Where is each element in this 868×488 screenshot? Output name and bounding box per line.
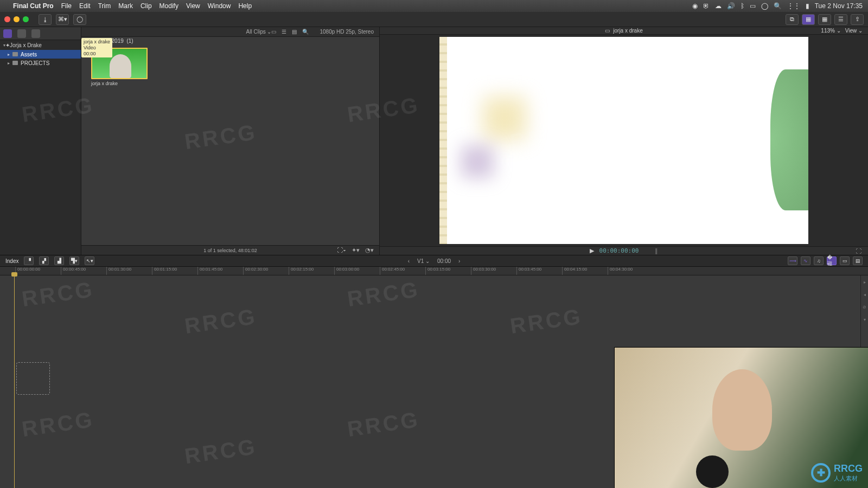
- skimming-button[interactable]: ⟿: [788, 256, 797, 265]
- photos-tab-icon[interactable]: [17, 29, 26, 38]
- timeline-nav-prev[interactable]: ‹: [408, 258, 410, 264]
- sidebar-toolbar: [0, 27, 81, 40]
- status-display-icon[interactable]: ▭: [750, 2, 756, 10]
- insert-clip-button[interactable]: ▞: [39, 256, 49, 265]
- track-label: V1: [417, 258, 424, 264]
- timeline-appearance-button[interactable]: ▤: [853, 256, 863, 265]
- snapping-button[interactable]: �磁: [827, 256, 837, 265]
- zoom-dropdown[interactable]: 113% ⌄: [821, 28, 840, 34]
- connect-clip-button[interactable]: ▝: [24, 256, 34, 265]
- date-group-count: (1): [126, 38, 133, 44]
- menu-trim[interactable]: Trim: [98, 2, 111, 10]
- track-dropdown[interactable]: V1 ⌄: [417, 258, 430, 264]
- clip-thumbnail-content: [110, 54, 131, 78]
- view-label: View: [845, 28, 857, 34]
- keyword-button[interactable]: ⌘▾: [56, 14, 69, 25]
- share-button[interactable]: ⇪: [851, 14, 864, 25]
- status-user-icon[interactable]: ◯: [761, 2, 768, 10]
- menu-modify[interactable]: Modify: [159, 2, 178, 10]
- browser-footer: 1 of 1 selected, 48:01:02 ⛶▾ ✦▾ ◔▾: [81, 245, 379, 255]
- selection-status: 1 of 1 selected, 48:01:02: [203, 248, 257, 253]
- ruler-tick: 00:04:15:00: [562, 267, 608, 275]
- status-wifi-icon[interactable]: ⋮⋮: [787, 2, 800, 10]
- ruler-tick: 00:00:45:00: [61, 267, 106, 275]
- library-name[interactable]: ▾ ✦ Jorja x Drake: [0, 40, 81, 50]
- library-sidebar: ▾ ✦ Jorja x Drake ▸ Assets ▸ PROJECTS: [0, 27, 81, 255]
- webcam-overlay: ✚ RRCG 人人素材: [614, 347, 868, 488]
- audio-skimming-button[interactable]: ∿: [801, 256, 810, 265]
- fullscreen-button[interactable]: ⛶: [856, 248, 861, 254]
- rail-marker-icon[interactable]: ⊘: [863, 305, 866, 310]
- sidebar-item-projects[interactable]: ▸ PROJECTS: [0, 59, 81, 67]
- filmstrip-view-icon[interactable]: ▭: [271, 29, 276, 35]
- status-battery-icon[interactable]: ▮: [806, 2, 809, 10]
- clip-filter-dropdown[interactable]: All Clips ⌄: [246, 29, 272, 35]
- titles-tab-icon[interactable]: [31, 29, 40, 38]
- solo-button[interactable]: ♫: [814, 256, 824, 265]
- menu-file[interactable]: File: [61, 2, 72, 10]
- overwrite-clip-button[interactable]: ▜▾: [69, 256, 79, 265]
- timeline-timecode: 00:00: [437, 258, 451, 264]
- list-view-icon[interactable]: ☰: [282, 29, 286, 35]
- transform-tool-icon[interactable]: ⛶▾: [337, 247, 346, 254]
- timeline-toolbar: Index ▝ ▞ ▟ ▜▾ ↖▾ ‹ V1 ⌄ 00:00 › ⟿ ∿ ♫ �…: [0, 255, 868, 267]
- status-cloud-icon[interactable]: ☁: [715, 2, 722, 10]
- enhance-tool-icon[interactable]: ✦▾: [352, 247, 360, 254]
- status-search-icon[interactable]: 🔍: [774, 2, 782, 10]
- bg-tasks-button[interactable]: ◯: [73, 14, 86, 25]
- chevron-right-icon: ▸: [8, 61, 10, 66]
- project-icon: ▭: [605, 28, 610, 34]
- menubar-clock[interactable]: Tue 2 Nov 17:35: [815, 2, 863, 10]
- rail-marker-icon[interactable]: ◂: [864, 292, 866, 297]
- workspace-layout-1-button[interactable]: ▦: [802, 14, 815, 25]
- app-name[interactable]: Final Cut Pro: [13, 2, 54, 10]
- playhead[interactable]: [14, 275, 15, 488]
- menu-help[interactable]: Help: [238, 2, 252, 10]
- placeholder-clip[interactable]: [16, 362, 50, 395]
- viewer-canvas[interactable]: [439, 37, 808, 244]
- rail-marker-icon[interactable]: ▾: [864, 317, 866, 322]
- import-button[interactable]: ⭳: [39, 14, 52, 25]
- browser-body[interactable]: jorja x drake Video 00:00 lov 2019 (1) j…: [81, 37, 379, 245]
- minimize-window-button[interactable]: [14, 16, 20, 22]
- retime-tool-icon[interactable]: ◔▾: [365, 247, 374, 254]
- sidebar-item-label: Assets: [21, 52, 37, 57]
- menu-mark[interactable]: Mark: [118, 2, 133, 10]
- sidebar-item-label: PROJECTS: [21, 60, 49, 66]
- libraries-tab-icon[interactable]: [3, 29, 12, 38]
- workspace-layout-2-button[interactable]: ▦: [818, 14, 831, 25]
- tools-dropdown[interactable]: ↖▾: [85, 256, 94, 265]
- menu-window[interactable]: Window: [208, 2, 231, 10]
- search-icon[interactable]: 🔍: [302, 29, 309, 35]
- menu-edit[interactable]: Edit: [79, 2, 91, 10]
- index-button[interactable]: Index: [5, 258, 18, 264]
- status-volume-icon[interactable]: 🔊: [727, 2, 735, 10]
- menu-clip[interactable]: Clip: [141, 2, 152, 10]
- inspector-toggle-button[interactable]: ☰: [834, 14, 847, 25]
- clip-appearance-icon[interactable]: ▤: [292, 29, 297, 35]
- fcp-toolbar: ⭳ ⌘▾ ◯ ⧉ ▦ ▦ ☰ ⇪: [0, 12, 868, 27]
- viewer-panel: ▭ jorja x drake 113% ⌄ View ⌄ ▶ 00:00: [380, 27, 868, 255]
- zoom-window-button[interactable]: [23, 16, 29, 22]
- close-window-button[interactable]: [4, 16, 10, 22]
- append-clip-button[interactable]: ▟: [54, 256, 64, 265]
- viewer-canvas-area[interactable]: [380, 35, 868, 246]
- viewer-timecode[interactable]: 00:00:00:00: [599, 247, 639, 254]
- timeline-nav-next[interactable]: ›: [458, 258, 460, 264]
- view-dropdown[interactable]: View ⌄: [845, 28, 863, 34]
- status-shield-icon[interactable]: ⛨: [703, 2, 710, 10]
- menu-view[interactable]: View: [186, 2, 200, 10]
- clip-appearance-button[interactable]: ▭: [840, 256, 850, 265]
- clip-tooltip: jorja x drake Video 00:00: [81, 38, 112, 57]
- arrange-button[interactable]: ⧉: [786, 14, 799, 25]
- rail-marker-icon[interactable]: ▸: [864, 280, 866, 285]
- play-button[interactable]: ▶: [590, 247, 594, 254]
- status-bluetooth-icon[interactable]: ᛒ: [741, 2, 744, 10]
- chevron-down-icon: ▾: [3, 43, 5, 48]
- ruler-tick: 00:02:30:00: [243, 267, 289, 275]
- prev-edit-button[interactable]: ‖: [655, 247, 658, 254]
- status-record-icon[interactable]: ◉: [692, 2, 698, 10]
- sidebar-item-assets[interactable]: ▸ Assets: [0, 50, 81, 59]
- zoom-value: 113%: [821, 28, 835, 34]
- timeline-ruler[interactable]: 00:00:00:00 00:00:45:00 00:01:30:00 00:0…: [0, 267, 868, 275]
